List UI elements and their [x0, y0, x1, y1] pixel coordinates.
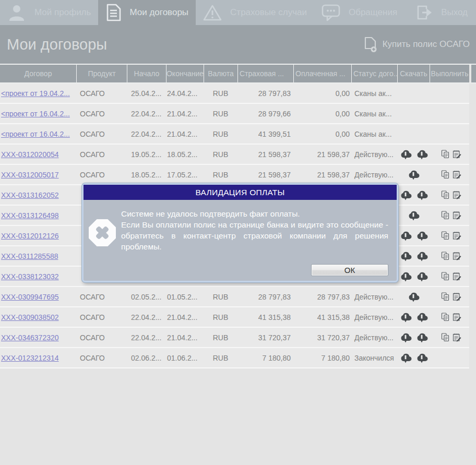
- cell-paid-sum: 28 797,83: [293, 287, 351, 306]
- cell-actions: [430, 185, 469, 205]
- cloud-download-icon[interactable]: [407, 169, 420, 181]
- cell-end: 01.05.2...: [166, 287, 204, 306]
- copy-icon[interactable]: [441, 231, 450, 240]
- cloud-download-icon[interactable]: [415, 251, 429, 262]
- edit-icon[interactable]: [453, 170, 461, 179]
- contract-link[interactable]: XXX-0313126498: [1, 211, 59, 220]
- contract-link[interactable]: XXX-0312020054: [1, 150, 59, 159]
- tab-label-insurance-cases: Страховые случаи: [230, 7, 307, 18]
- contract-link[interactable]: XXX-0123212314: [1, 354, 59, 362]
- dialog-message-line2: Если Вы оплатили полис на странице банка…: [121, 219, 388, 252]
- cell-end: 01.06.2...: [166, 348, 204, 367]
- cloud-download-icon[interactable]: [399, 352, 412, 364]
- cloud-download-icon[interactable]: [415, 352, 429, 364]
- cloud-download-icon[interactable]: [399, 312, 412, 323]
- column-header-8[interactable]: Скачать: [397, 65, 430, 82]
- contract-link[interactable]: XXX-0313162052: [1, 191, 59, 199]
- copy-icon[interactable]: [441, 272, 450, 281]
- copy-icon[interactable]: [441, 150, 450, 159]
- copy-icon[interactable]: [441, 190, 450, 199]
- edit-icon[interactable]: [453, 190, 461, 199]
- cloud-download-icon[interactable]: [399, 149, 412, 160]
- cell-paid-sum: 0,00: [293, 84, 351, 103]
- tab-my-profile[interactable]: Мой профиль: [0, 0, 98, 25]
- cell-insured-sum: 21 598,37: [237, 165, 293, 184]
- tab-appeals[interactable]: Обращения: [314, 0, 404, 25]
- document-add-icon: [364, 37, 377, 53]
- cloud-download-icon[interactable]: [399, 230, 412, 242]
- column-header-0[interactable]: Договор: [0, 65, 76, 82]
- cloud-download-icon[interactable]: [415, 332, 429, 343]
- copy-icon[interactable]: [441, 292, 450, 301]
- copy-icon[interactable]: [441, 313, 450, 321]
- cloud-download-icon[interactable]: [407, 291, 420, 303]
- column-header-9[interactable]: Выполнить: [430, 65, 469, 82]
- error-cross-icon: [89, 219, 116, 246]
- contract-link[interactable]: XXX-0338123032: [1, 272, 59, 281]
- edit-icon[interactable]: [453, 333, 461, 342]
- ok-button[interactable]: ОК: [311, 264, 388, 276]
- edit-icon[interactable]: [453, 272, 461, 281]
- contract-link[interactable]: XXX-0309947695: [1, 293, 59, 301]
- cell-end: 21.04.2...: [166, 104, 204, 123]
- cell-download: [397, 226, 430, 245]
- cell-start: 22.04.2...: [127, 124, 166, 144]
- cell-download: [397, 348, 430, 367]
- dialog-message: Системе не удалось подтвердить факт опла…: [121, 208, 388, 252]
- contract-link[interactable]: XXX-0346372320: [1, 333, 59, 342]
- cell-actions: [430, 206, 469, 225]
- column-header-1[interactable]: Продукт: [76, 65, 127, 82]
- cloud-download-icon[interactable]: [399, 332, 412, 343]
- contract-link[interactable]: <проект от 19.04.2...: [1, 89, 70, 98]
- contract-link[interactable]: XXX-0312012126: [1, 232, 59, 240]
- column-header-2[interactable]: Начало: [127, 65, 166, 82]
- table-row: XXX-0312005017 ОСАГО 18.05.2... 17.05.2.…: [0, 165, 469, 185]
- edit-icon[interactable]: [453, 211, 461, 220]
- cloud-download-icon[interactable]: [415, 271, 429, 282]
- column-header-3[interactable]: Окончание: [166, 65, 204, 82]
- tab-insurance-cases[interactable]: Страховые случаи: [196, 0, 314, 25]
- cell-product: ОСАГО: [76, 287, 127, 306]
- cloud-download-icon[interactable]: [415, 312, 429, 323]
- copy-icon[interactable]: [441, 211, 450, 220]
- edit-icon[interactable]: [453, 150, 461, 159]
- table-row: XXX-0346372320 ОСАГО 22.04.2... 21.04.2.…: [0, 328, 469, 348]
- column-header-6[interactable]: Оплаченная ...: [293, 65, 351, 82]
- copy-icon[interactable]: [441, 170, 450, 179]
- column-header-7[interactable]: Статус дого...: [351, 65, 397, 82]
- cell-insured-sum: 28 797,83: [237, 84, 293, 103]
- edit-icon[interactable]: [453, 292, 461, 301]
- edit-icon[interactable]: [453, 313, 461, 321]
- buy-osago-button[interactable]: Купить полис ОСАГО: [364, 37, 470, 53]
- column-header-4[interactable]: Валюта: [204, 65, 237, 82]
- cloud-download-icon[interactable]: [415, 230, 429, 242]
- tab-my-contracts[interactable]: Мои договоры: [98, 0, 196, 25]
- cloud-download-icon[interactable]: [415, 189, 429, 201]
- contract-link[interactable]: XXX-0312005017: [1, 171, 59, 179]
- copy-icon[interactable]: [441, 333, 450, 342]
- edit-icon[interactable]: [453, 252, 461, 260]
- cloud-download-icon[interactable]: [399, 271, 412, 282]
- cell-insured-sum: 21 598,37: [237, 145, 293, 164]
- contract-link[interactable]: XXX-0309038502: [1, 313, 59, 321]
- copy-icon[interactable]: [441, 252, 450, 260]
- tab-exit[interactable]: Выход: [409, 0, 476, 25]
- tab-label-my-profile: Мой профиль: [34, 7, 91, 18]
- cloud-download-icon[interactable]: [399, 189, 412, 201]
- contract-link[interactable]: <проект от 16.04.2...: [1, 130, 70, 138]
- cloud-download-icon[interactable]: [415, 149, 429, 160]
- cell-start: 02.06.2...: [127, 348, 166, 367]
- cloud-download-icon[interactable]: [399, 251, 412, 262]
- cell-download: [397, 267, 430, 286]
- cell-actions: [430, 348, 469, 367]
- contract-link[interactable]: <проект от 16.04.2...: [1, 110, 70, 118]
- cell-product: ОСАГО: [76, 348, 127, 367]
- table-row: XXX-0123212314 ОСАГО 02.06.2... 01.06.2.…: [0, 348, 469, 368]
- cell-paid-sum: 41 315,38: [293, 307, 351, 327]
- cell-download: [397, 104, 430, 123]
- edit-icon[interactable]: [453, 231, 461, 240]
- cell-paid-sum: 0,00: [293, 104, 351, 123]
- cloud-download-icon[interactable]: [407, 210, 420, 221]
- contract-link[interactable]: XXX-0311285588: [1, 252, 58, 260]
- column-header-5[interactable]: Страховая ...: [237, 65, 293, 82]
